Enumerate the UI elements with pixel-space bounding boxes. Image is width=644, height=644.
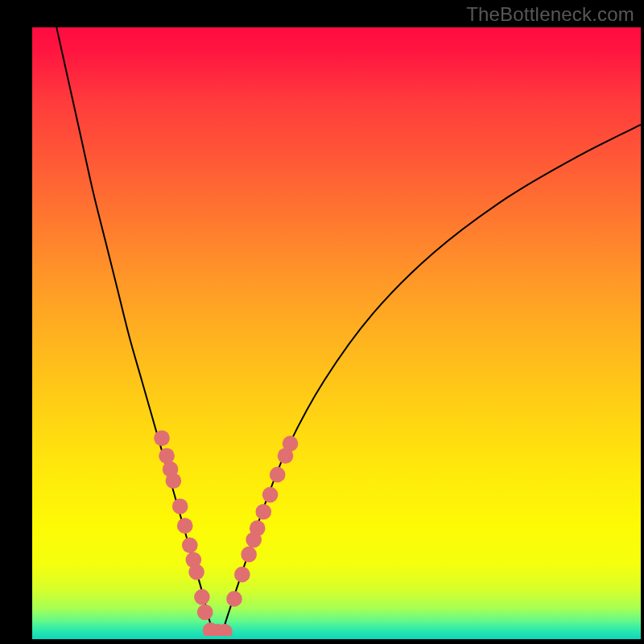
marker-point: [188, 564, 204, 580]
watermark-text: TheBottleneck.com: [466, 3, 634, 26]
plot-area: [32, 27, 641, 639]
highlight-markers: [154, 430, 298, 636]
marker-point: [182, 538, 198, 554]
curve-svg: [32, 27, 641, 636]
marker-point: [159, 448, 175, 464]
marker-point: [255, 504, 271, 520]
marker-point: [166, 473, 182, 489]
marker-point: [197, 605, 213, 621]
chart-frame: TheBottleneck.com: [0, 0, 644, 644]
marker-point: [172, 498, 188, 514]
marker-point: [270, 467, 286, 483]
marker-point: [226, 591, 242, 607]
marker-point: [241, 547, 257, 563]
marker-point: [194, 589, 210, 605]
marker-point: [177, 518, 193, 534]
marker-point: [250, 520, 266, 536]
bottleneck-curve: [56, 27, 641, 636]
marker-point: [234, 567, 250, 583]
marker-point: [262, 487, 279, 503]
marker-point: [283, 436, 299, 452]
marker-point: [154, 430, 170, 446]
